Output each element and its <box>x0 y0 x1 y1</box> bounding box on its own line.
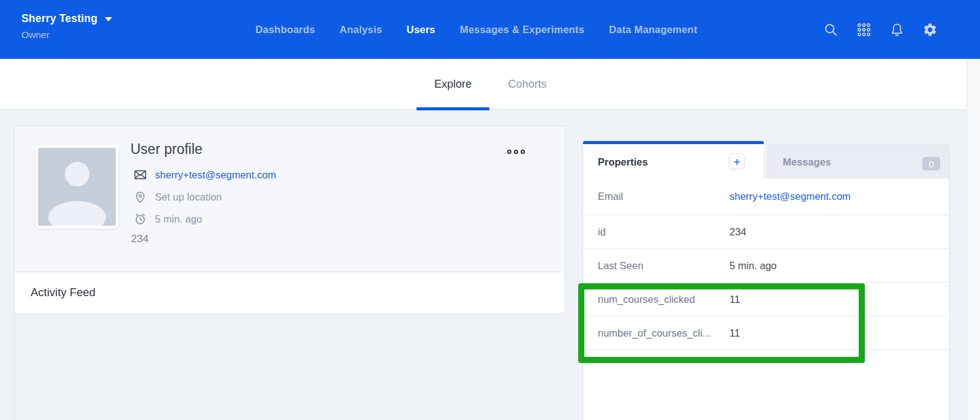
location-pin-icon <box>133 189 148 204</box>
last-seen-row: 5 min. ago <box>133 212 202 226</box>
location-row: Set up location <box>133 189 222 204</box>
secondary-tab-bar: Explore Cohorts <box>0 59 980 110</box>
add-property-button[interactable]: + <box>729 153 745 169</box>
messages-count-badge: 0 <box>922 157 940 170</box>
avatar <box>35 145 119 229</box>
property-value: 5 min. ago <box>729 260 777 272</box>
header-icon-group <box>823 0 938 59</box>
nav-dashboards[interactable]: Dashboards <box>255 24 315 36</box>
settings-gear-icon <box>922 22 938 37</box>
property-value: 11 <box>729 294 740 305</box>
last-seen-text: 5 min. ago <box>155 213 202 225</box>
property-label: id <box>598 226 729 238</box>
settings-button[interactable] <box>922 21 938 37</box>
search-icon <box>823 22 839 37</box>
apps-grid-icon <box>856 22 872 37</box>
messages-tab-label: Messages <box>783 145 831 178</box>
property-row-num-courses-clicked: num_courses_clicked 11 <box>583 283 949 316</box>
tab-properties[interactable]: Properties + <box>582 141 764 178</box>
alarm-clock-icon <box>133 212 148 226</box>
set-up-location-link[interactable]: Set up location <box>155 191 222 203</box>
email-row: sherry+test@segment.com <box>133 167 276 182</box>
top-nav-bar: Sherry Testing Owner Dashboards Analysis… <box>0 0 980 59</box>
chevron-down-icon <box>105 17 112 21</box>
profile-card-title: User profile <box>130 141 203 158</box>
property-label: num_courses_clicked <box>598 294 729 305</box>
property-row-id: id 234 <box>583 215 949 249</box>
tab-cohorts[interactable]: Cohorts <box>502 59 553 110</box>
nav-data-management[interactable]: Data Management <box>609 24 697 36</box>
tab-cohorts-label: Cohorts <box>508 78 546 91</box>
apps-grid-button[interactable] <box>856 21 872 37</box>
property-value: 11 <box>729 327 740 339</box>
active-tab-underline <box>417 107 489 110</box>
user-id-text: 234 <box>131 233 148 245</box>
kebab-dot-icon <box>514 150 518 154</box>
workspace-name: Sherry Testing <box>21 12 97 25</box>
properties-table: Email sherry+test@segment.com id 234 Las… <box>582 178 950 420</box>
search-button[interactable] <box>823 21 839 37</box>
activity-feed-header: Activity Feed <box>15 272 565 313</box>
kebab-dot-icon <box>507 150 511 154</box>
scrollbar[interactable] <box>967 59 980 420</box>
main-nav: Dashboards Analysis Users Messages & Exp… <box>255 0 697 59</box>
notifications-bell-icon <box>889 22 905 37</box>
property-row-number-of-courses-clicked: number_of_courses_cli... 11 <box>583 316 949 350</box>
envelope-icon <box>133 167 148 182</box>
nav-analysis[interactable]: Analysis <box>339 24 382 36</box>
kebab-dot-icon <box>521 150 525 154</box>
property-row-last-seen: Last Seen 5 min. ago <box>583 249 949 283</box>
property-value: 234 <box>729 226 747 238</box>
property-label: number_of_courses_cli... <box>598 327 729 339</box>
notifications-button[interactable] <box>889 21 905 37</box>
property-label: Last Seen <box>598 260 729 272</box>
activity-feed-title: Activity Feed <box>31 286 96 299</box>
property-label: Email <box>598 191 729 202</box>
content-edge-divider <box>14 313 15 420</box>
workspace-selector[interactable]: Sherry Testing Owner <box>21 12 112 40</box>
property-row-email: Email sherry+test@segment.com <box>583 178 949 215</box>
properties-tab-label: Properties <box>598 141 648 181</box>
user-profile-card: User profile sherry+test@segment.com Set… <box>14 126 565 313</box>
tab-explore-label: Explore <box>434 78 472 91</box>
avatar-placeholder-image <box>38 148 116 226</box>
more-options-button[interactable] <box>505 147 527 156</box>
app-root: Sherry Testing Owner Dashboards Analysis… <box>0 0 980 420</box>
tab-messages[interactable]: Messages 0 <box>767 145 949 178</box>
workspace-role: Owner <box>21 29 112 40</box>
nav-messages-experiments[interactable]: Messages & Experiments <box>460 24 584 36</box>
tab-explore[interactable]: Explore <box>417 59 489 110</box>
property-value-email-link[interactable]: sherry+test@segment.com <box>729 191 851 202</box>
user-email-link[interactable]: sherry+test@segment.com <box>155 169 276 181</box>
nav-users[interactable]: Users <box>407 24 435 36</box>
